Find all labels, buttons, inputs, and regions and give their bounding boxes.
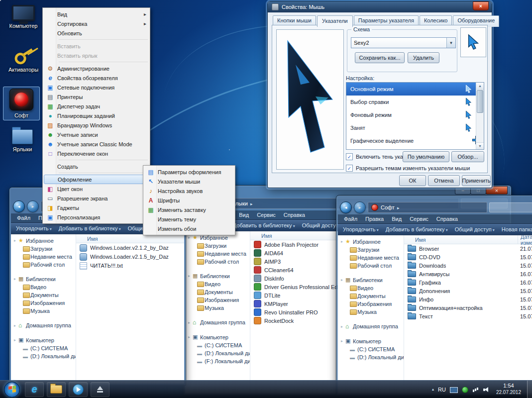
nav-item[interactable]: Документы: [11, 291, 76, 299]
nav-libraries[interactable]: Библиотеки: [338, 276, 404, 284]
nav-homegroup[interactable]: Домашняя группа: [11, 321, 76, 330]
nav-item[interactable]: Видео: [338, 284, 404, 292]
ctx-user-accounts[interactable]: Учетные записи: [44, 130, 149, 139]
file-row[interactable]: Графика 16.07.2012: [404, 278, 532, 287]
ctx-user-accounts-classic[interactable]: Учетные записи Classic Mode: [44, 139, 149, 149]
menu-item[interactable]: Файл: [17, 215, 30, 221]
cursor-list-item[interactable]: Основной режим: [346, 83, 484, 96]
file-row[interactable]: Оптимизация+настройка 15.07.2012: [404, 303, 532, 312]
nav-item[interactable]: Загрузки: [11, 245, 76, 253]
ctx-window-color[interactable]: Цвет окон: [44, 184, 149, 194]
nav-favorites[interactable]: Избранное: [338, 237, 404, 246]
nav-libraries[interactable]: Библиотеки: [11, 275, 76, 283]
ctx-internet-options[interactable]: Свойства обозревателя: [44, 73, 149, 83]
save-as-button[interactable]: Сохранить как...: [355, 52, 405, 63]
menu-item[interactable]: Сервис: [410, 216, 428, 222]
ctx-network-connections[interactable]: Сетевые подключения: [44, 83, 149, 92]
sub-fonts[interactable]: Шрифты: [144, 196, 234, 205]
search-box[interactable]: [489, 202, 532, 212]
sub-change-wallpaper[interactable]: Изменить обои: [144, 224, 234, 233]
ctx-screen-resolution[interactable]: Разрешение экрана: [44, 194, 149, 203]
nav-item[interactable]: Музыка: [185, 304, 250, 312]
language-indicator[interactable]: RU: [438, 387, 446, 393]
sub-sound-settings[interactable]: Настройка звуков: [144, 186, 234, 196]
ctx-admin-tools[interactable]: Администрирование: [44, 64, 149, 73]
desktop-icon-soft[interactable]: Софт: [3, 87, 40, 120]
tray-volume-icon[interactable]: [483, 386, 490, 393]
file-row[interactable]: ЧИТАТЬ!!!.txt: [76, 261, 184, 270]
file-row[interactable]: Windows.Loader.v2.1.2_by_Daz: [76, 243, 184, 252]
scheme-combobox[interactable]: Sexy2: [351, 37, 456, 48]
ctx-task-scheduler[interactable]: Планировщик заданий: [44, 111, 149, 120]
nav-item[interactable]: Рабочий стол: [185, 258, 250, 266]
sub-change-screensaver[interactable]: Изменить заставку: [144, 205, 234, 214]
file-row[interactable]: Downloads 15.07.2012: [404, 261, 532, 270]
nav-item[interactable]: Рабочий стол: [11, 261, 76, 269]
scroll-up-icon[interactable]: [476, 83, 484, 90]
ctx-new[interactable]: Создать: [44, 162, 149, 171]
taskbar-media-player-button[interactable]: [69, 382, 88, 397]
nav-homegroup[interactable]: Домашняя группа: [338, 322, 404, 331]
column-header-name[interactable]: Имя: [76, 236, 98, 242]
nav-item[interactable]: Изображения: [11, 299, 76, 307]
file-row[interactable]: Антивирусы 16.07.2012: [404, 270, 532, 278]
themes-checkbox[interactable]: Разрешить темам изменять указатели мыши: [346, 165, 470, 172]
tab-pointers[interactable]: Указатели: [317, 15, 353, 27]
toolbar-new-folder[interactable]: Новая папка: [502, 226, 532, 232]
address-bar[interactable]: Софт: [368, 202, 487, 213]
tray-network-icon[interactable]: [472, 386, 479, 393]
dialog-titlebar[interactable]: Свойства: Мышь: [268, 1, 492, 12]
toolbar-organize[interactable]: Упорядочить: [343, 226, 379, 232]
menu-item[interactable]: Вид: [392, 216, 402, 222]
ctx-view[interactable]: Вид: [44, 9, 149, 19]
hidden-icons-chevron[interactable]: [432, 387, 434, 392]
nav-libraries[interactable]: Библиотеки: [185, 272, 250, 280]
ctx-printers[interactable]: Принтеры: [44, 92, 149, 101]
nav-drive[interactable]: (D:) Локальный дис: [185, 349, 250, 357]
ctx-refresh[interactable]: Обновить: [44, 28, 149, 38]
nav-item[interactable]: Видео: [11, 283, 76, 291]
back-button[interactable]: [340, 201, 352, 213]
file-row[interactable]: Инфо 15.07.2012: [404, 295, 532, 303]
file-row[interactable]: Browser 21.07.2012: [404, 244, 532, 253]
ctx-task-manager[interactable]: Диспетчер задач: [44, 101, 149, 111]
sub-mouse-pointers[interactable]: Указатели мыши: [144, 177, 234, 186]
tray-antivirus-icon[interactable]: [462, 387, 468, 393]
nav-item[interactable]: Недавние места: [338, 254, 404, 262]
nav-homegroup[interactable]: Домашняя группа: [185, 318, 250, 327]
cursor-list-item[interactable]: Фоновый режим: [346, 108, 484, 121]
nav-drive[interactable]: (F:) Локальный дис: [185, 357, 250, 365]
menu-item[interactable]: Файл: [344, 216, 357, 222]
nav-drive[interactable]: (C:) СИСТЕМА: [185, 341, 250, 349]
column-header-name[interactable]: Имя: [250, 233, 272, 239]
nav-item[interactable]: Видео: [185, 280, 250, 288]
delete-button[interactable]: Удалить: [408, 52, 439, 63]
scrollbar-thumb[interactable]: [477, 90, 483, 113]
toolbar-share[interactable]: Общий доступ: [455, 226, 495, 232]
file-row[interactable]: CD-DVD 15.07.2012: [404, 253, 532, 261]
start-button[interactable]: [4, 382, 20, 398]
forward-button[interactable]: [354, 201, 366, 213]
nav-computer[interactable]: Компьютер: [338, 337, 404, 345]
browse-button[interactable]: Обзор...: [451, 151, 484, 162]
taskbar-ie-button[interactable]: [25, 382, 44, 397]
toolbar-add-to-library[interactable]: Добавить в библиотеку: [59, 225, 121, 231]
nav-computer[interactable]: Компьютер: [11, 336, 76, 344]
forward-button[interactable]: [27, 200, 39, 212]
nav-item[interactable]: Изображения: [338, 300, 404, 308]
checkbox-icon[interactable]: [346, 165, 353, 172]
menu-item[interactable]: Справка: [436, 216, 458, 222]
nav-computer[interactable]: Компьютер: [185, 333, 250, 341]
ctx-personalization[interactable]: Персонализация: [44, 212, 149, 222]
toolbar-add-to-library[interactable]: Добавить в библиотеку: [233, 222, 295, 228]
ctx-sort[interactable]: Сортировка: [44, 19, 149, 28]
nav-drive[interactable]: (D:) Локальный дис: [11, 352, 76, 360]
nav-item[interactable]: Рабочий стол: [338, 262, 404, 270]
checkbox-icon[interactable]: [346, 153, 353, 160]
chevron-down-icon[interactable]: [446, 38, 455, 48]
toolbar-organize[interactable]: Упорядочить: [16, 225, 52, 231]
taskbar-clock[interactable]: 1:54 22.07.2012: [494, 383, 523, 396]
nav-item[interactable]: Документы: [185, 288, 250, 296]
ctx-gadgets[interactable]: Гаджеты: [44, 203, 149, 212]
menu-item[interactable]: Вид: [239, 212, 249, 218]
